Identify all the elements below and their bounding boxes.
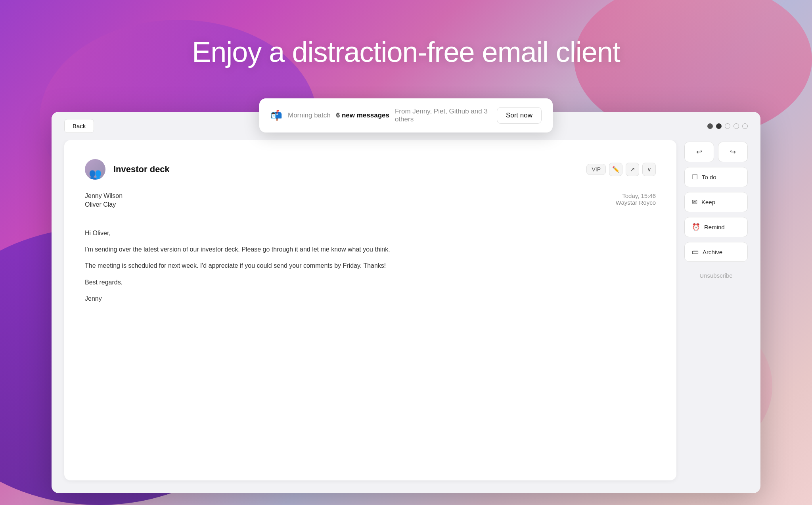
dot-3 [725, 123, 730, 129]
from-text: From Jenny, Piet, Github and 3 others [395, 108, 491, 123]
email-parties: Jenny Wilson Oliver Clay [85, 192, 123, 208]
dot-1 [707, 123, 713, 129]
sort-now-button[interactable]: Sort now [497, 107, 542, 124]
dot-4 [733, 123, 739, 129]
dot-5 [742, 123, 748, 129]
email-recipient: Oliver Clay [85, 201, 123, 208]
keep-button[interactable]: ✉ Keep [684, 192, 748, 212]
reply-button[interactable]: ↩ [684, 142, 714, 162]
email-body: Hi Oliver, I'm sending over the latest v… [85, 228, 656, 304]
main-window: Back SORT 👥 Investor deck [52, 112, 760, 493]
edit-button[interactable]: ✏️ [609, 163, 622, 176]
edit-icon: ✏️ [612, 166, 620, 173]
archive-button[interactable]: 🗃 Archive [684, 242, 748, 262]
page-indicator [707, 123, 748, 129]
content-area: 👥 Investor deck VIP ✏️ ↗ ∨ [52, 140, 760, 493]
email-header: 👥 Investor deck VIP ✏️ ↗ ∨ [85, 159, 656, 180]
reply-icon: ↩ [696, 148, 702, 156]
avatar-icon: 👥 [89, 169, 102, 179]
mail-icon: 📬 [270, 110, 282, 121]
forward-button[interactable]: ↪ [718, 142, 748, 162]
more-button[interactable]: ∨ [642, 163, 656, 176]
email-time-company: Today, 15:46 Waystar Royco [616, 192, 656, 206]
back-button[interactable]: Back [64, 119, 94, 133]
todo-button[interactable]: ☐ To do [684, 167, 748, 187]
email-greeting: Hi Oliver, [85, 228, 656, 238]
email-sender: Jenny Wilson [85, 192, 123, 200]
sender-avatar: 👥 [85, 159, 105, 180]
archive-icon: 🗃 [692, 248, 699, 256]
todo-icon: ☐ [692, 173, 698, 181]
reply-forward-row: ↩ ↪ [684, 142, 748, 162]
batch-label: Morning batch [288, 111, 331, 119]
forward-icon: ↪ [730, 148, 736, 156]
email-subject-row: Investor deck VIP ✏️ ↗ ∨ [113, 163, 656, 176]
archive-label: Archive [703, 249, 722, 255]
action-sidebar: ↩ ↪ ☐ To do ✉ Keep ⏰ Remind [684, 140, 748, 480]
dot-2 [716, 123, 722, 129]
keep-label: Keep [701, 199, 715, 205]
chevron-down-icon: ∨ [647, 166, 651, 173]
share-icon: ↗ [630, 166, 635, 173]
email-sign1: Best regards, [85, 277, 656, 288]
email-time: Today, 15:46 [616, 192, 656, 199]
email-action-buttons: VIP ✏️ ↗ ∨ [586, 163, 656, 176]
vip-badge[interactable]: VIP [586, 164, 606, 175]
todo-label: To do [702, 174, 716, 180]
email-line2: The meeting is scheduled for next week. … [85, 260, 656, 271]
remind-button[interactable]: ⏰ Remind [684, 217, 748, 237]
email-line1: I'm sending over the latest version of o… [85, 244, 656, 255]
remind-icon: ⏰ [692, 223, 700, 231]
avatar-image: 👥 [85, 159, 105, 180]
share-button[interactable]: ↗ [626, 163, 639, 176]
page-headline: Enjoy a distraction-free email client [0, 36, 812, 68]
email-card: 👥 Investor deck VIP ✏️ ↗ ∨ [64, 140, 676, 480]
email-meta: Jenny Wilson Oliver Clay Today, 15:46 Wa… [85, 192, 656, 218]
email-subject: Investor deck [113, 164, 170, 175]
remind-label: Remind [704, 224, 725, 230]
email-company: Waystar Royco [616, 199, 656, 206]
message-count: 6 new messages [336, 111, 389, 119]
keep-icon: ✉ [692, 198, 697, 206]
unsubscribe-button[interactable]: Unsubscribe [684, 267, 748, 284]
notification-bar: 📬 Morning batch 6 new messages From Jenn… [259, 98, 553, 132]
email-sign2: Jenny [85, 293, 656, 304]
